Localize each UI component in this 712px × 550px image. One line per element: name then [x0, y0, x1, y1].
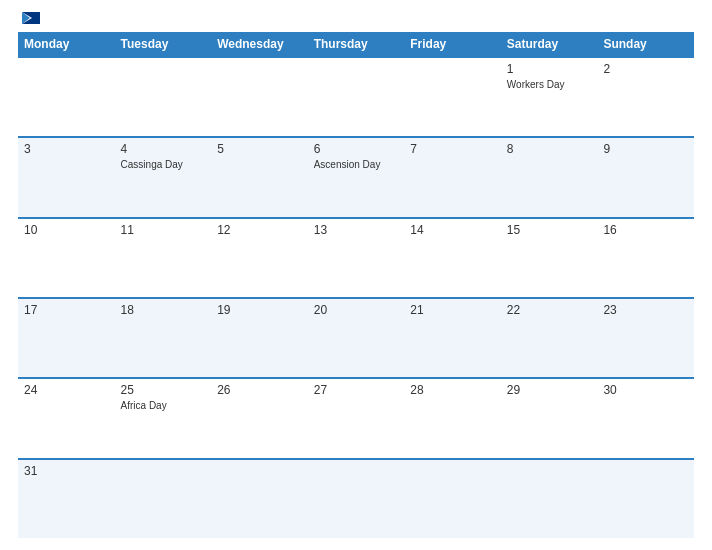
day-header-sunday: Sunday [597, 32, 694, 56]
calendar-cell: 21 [404, 299, 501, 377]
calendar-cell [211, 58, 308, 136]
day-header-tuesday: Tuesday [115, 32, 212, 56]
day-number: 21 [410, 303, 495, 317]
calendar-cell: 30 [597, 379, 694, 457]
calendar-week-2: 34Cassinga Day56Ascension Day789 [18, 136, 694, 216]
holiday-label: Africa Day [121, 399, 206, 412]
calendar-cell [211, 460, 308, 538]
calendar-week-1: 1Workers Day2 [18, 56, 694, 136]
day-number: 22 [507, 303, 592, 317]
day-header-friday: Friday [404, 32, 501, 56]
day-header-monday: Monday [18, 32, 115, 56]
calendar-cell: 25Africa Day [115, 379, 212, 457]
day-header-wednesday: Wednesday [211, 32, 308, 56]
calendar-cell: 4Cassinga Day [115, 138, 212, 216]
day-number: 9 [603, 142, 688, 156]
day-number: 10 [24, 223, 109, 237]
day-number: 1 [507, 62, 592, 76]
calendar-cell [308, 58, 405, 136]
calendar-cell: 1Workers Day [501, 58, 598, 136]
logo [18, 12, 40, 24]
calendar-cell: 18 [115, 299, 212, 377]
calendar-cell: 8 [501, 138, 598, 216]
day-number: 7 [410, 142, 495, 156]
day-number: 24 [24, 383, 109, 397]
calendar-header-row: MondayTuesdayWednesdayThursdayFridaySatu… [18, 32, 694, 56]
calendar-cell [597, 460, 694, 538]
calendar-cell: 3 [18, 138, 115, 216]
calendar-week-3: 10111213141516 [18, 217, 694, 297]
calendar-cell: 7 [404, 138, 501, 216]
day-number: 23 [603, 303, 688, 317]
day-number: 18 [121, 303, 206, 317]
calendar-cell: 5 [211, 138, 308, 216]
calendar-cell: 26 [211, 379, 308, 457]
calendar-cell: 13 [308, 219, 405, 297]
day-number: 19 [217, 303, 302, 317]
calendar-cell: 20 [308, 299, 405, 377]
calendar-cell: 27 [308, 379, 405, 457]
holiday-label: Ascension Day [314, 158, 399, 171]
calendar-cell: 22 [501, 299, 598, 377]
day-number: 31 [24, 464, 109, 478]
calendar-week-6: 31 [18, 458, 694, 538]
day-number: 5 [217, 142, 302, 156]
calendar-cell: 31 [18, 460, 115, 538]
day-number: 4 [121, 142, 206, 156]
calendar-cell: 6Ascension Day [308, 138, 405, 216]
calendar-cell: 15 [501, 219, 598, 297]
calendar-cell: 11 [115, 219, 212, 297]
day-number: 28 [410, 383, 495, 397]
holiday-label: Workers Day [507, 78, 592, 91]
calendar-cell: 12 [211, 219, 308, 297]
logo-flag-icon [22, 12, 40, 24]
calendar-cell: 16 [597, 219, 694, 297]
calendar-body: 1Workers Day234Cassinga Day56Ascension D… [18, 56, 694, 538]
calendar-cell: 10 [18, 219, 115, 297]
calendar-cell [115, 58, 212, 136]
calendar-week-5: 2425Africa Day2627282930 [18, 377, 694, 457]
calendar-cell: 28 [404, 379, 501, 457]
day-number: 15 [507, 223, 592, 237]
calendar-cell: 29 [501, 379, 598, 457]
day-number: 30 [603, 383, 688, 397]
calendar-cell: 23 [597, 299, 694, 377]
day-number: 27 [314, 383, 399, 397]
holiday-label: Cassinga Day [121, 158, 206, 171]
day-number: 12 [217, 223, 302, 237]
calendar-cell: 19 [211, 299, 308, 377]
calendar-cell: 14 [404, 219, 501, 297]
calendar-cell: 2 [597, 58, 694, 136]
calendar-cell [18, 58, 115, 136]
calendar-cell [115, 460, 212, 538]
day-header-saturday: Saturday [501, 32, 598, 56]
calendar-grid: MondayTuesdayWednesdayThursdayFridaySatu… [18, 32, 694, 538]
day-number: 17 [24, 303, 109, 317]
day-number: 2 [603, 62, 688, 76]
day-number: 11 [121, 223, 206, 237]
calendar-cell: 17 [18, 299, 115, 377]
day-header-thursday: Thursday [308, 32, 405, 56]
calendar-cell [501, 460, 598, 538]
calendar-cell [308, 460, 405, 538]
day-number: 29 [507, 383, 592, 397]
page-header [18, 12, 694, 24]
day-number: 20 [314, 303, 399, 317]
day-number: 25 [121, 383, 206, 397]
day-number: 3 [24, 142, 109, 156]
calendar-page: MondayTuesdayWednesdayThursdayFridaySatu… [0, 0, 712, 550]
day-number: 6 [314, 142, 399, 156]
day-number: 13 [314, 223, 399, 237]
calendar-cell [404, 460, 501, 538]
day-number: 26 [217, 383, 302, 397]
calendar-cell [404, 58, 501, 136]
day-number: 8 [507, 142, 592, 156]
calendar-week-4: 17181920212223 [18, 297, 694, 377]
day-number: 16 [603, 223, 688, 237]
calendar-cell: 9 [597, 138, 694, 216]
calendar-cell: 24 [18, 379, 115, 457]
day-number: 14 [410, 223, 495, 237]
